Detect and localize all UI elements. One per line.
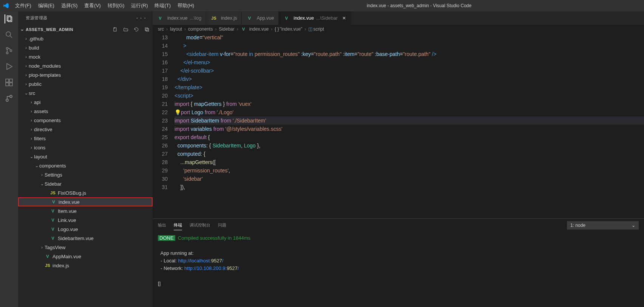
menu-item[interactable]: 终端(T) bbox=[151, 1, 174, 11]
tree-item[interactable]: ⌄src bbox=[18, 88, 153, 98]
breadcrumb-item[interactable]: index.vue bbox=[249, 26, 269, 32]
panel-tab[interactable]: 输出 bbox=[158, 220, 166, 230]
compile-status: Compiled successfully in 1844ms bbox=[178, 235, 250, 241]
menu-item[interactable]: 编辑(E) bbox=[35, 1, 57, 11]
svg-point-4 bbox=[6, 48, 8, 50]
tree-item-label: TagsView bbox=[45, 245, 65, 250]
menu-item[interactable]: 转到(G) bbox=[105, 1, 128, 11]
breadcrumb-item[interactable]: script bbox=[313, 26, 324, 32]
menu-item[interactable]: 帮助(H) bbox=[175, 1, 197, 11]
line-gutter: 13141516171819202122232425262728293031 bbox=[153, 33, 175, 219]
tree-item[interactable]: ›public bbox=[18, 79, 153, 88]
vue-file-icon: V bbox=[283, 15, 289, 21]
project-name: ASSETS_WEB_ADMIN bbox=[26, 27, 73, 32]
terminal-select-label: 1: node bbox=[570, 223, 585, 228]
breadcrumb-item[interactable]: "index.vue" bbox=[280, 26, 303, 32]
tree-item[interactable]: ›plop-templates bbox=[18, 70, 153, 79]
vue-file-icon: V bbox=[241, 26, 247, 32]
tree-item[interactable]: ⌄components bbox=[18, 161, 153, 170]
breadcrumb[interactable]: src›layout›components›Sidebar›Vindex.vue… bbox=[153, 25, 644, 33]
svg-point-12 bbox=[10, 95, 12, 98]
panel-tab[interactable]: 调试控制台 bbox=[190, 220, 210, 230]
tree-item[interactable]: ›mock bbox=[18, 52, 153, 61]
vue-file-icon: V bbox=[45, 253, 51, 259]
close-icon[interactable]: ✕ bbox=[342, 16, 346, 21]
tree-item-label: filters bbox=[34, 136, 46, 141]
tree-item-label: index.js bbox=[53, 263, 69, 268]
explorer-more-icon[interactable]: ··· bbox=[136, 15, 148, 22]
tree-item[interactable]: ›.github bbox=[18, 34, 153, 43]
menu-item[interactable]: 选择(S) bbox=[58, 1, 80, 11]
tab-label: index.vue bbox=[167, 16, 188, 21]
tree-item-label: icons bbox=[34, 145, 45, 150]
svg-rect-1 bbox=[8, 17, 12, 22]
tree-item-label: .github bbox=[29, 36, 43, 42]
source-control-icon[interactable] bbox=[5, 46, 14, 55]
menu-item[interactable]: 文件(F) bbox=[12, 1, 34, 11]
twisty-icon: › bbox=[29, 127, 34, 132]
panel-tab[interactable]: 终端 bbox=[174, 220, 182, 230]
code-lines[interactable]: mode="vertical" > <sidebar-item v-for="r… bbox=[175, 33, 644, 219]
tree-item[interactable]: Vindex.vue bbox=[18, 197, 153, 206]
tree-item[interactable]: JSindex.js bbox=[18, 261, 153, 270]
extensions-icon[interactable] bbox=[5, 78, 14, 87]
tree-item[interactable]: ⌄layout bbox=[18, 152, 153, 161]
tree-item[interactable]: ›TagsView bbox=[18, 243, 153, 252]
tree-item[interactable]: ›icons bbox=[18, 143, 153, 152]
tree-item[interactable]: JSFixiOSBug.js bbox=[18, 188, 153, 197]
refresh-icon[interactable] bbox=[134, 27, 139, 32]
code-editor[interactable]: 13141516171819202122232425262728293031 m… bbox=[153, 33, 644, 219]
tree-item[interactable]: VItem.vue bbox=[18, 206, 153, 216]
breadcrumb-item[interactable]: layout bbox=[170, 26, 182, 32]
remote-icon[interactable] bbox=[5, 94, 14, 103]
tree-item-label: components bbox=[39, 163, 66, 169]
js-file-icon: JS bbox=[50, 190, 56, 196]
search-icon[interactable] bbox=[5, 30, 14, 39]
editor-tab[interactable]: JSindex.js bbox=[206, 11, 242, 25]
terminal-output[interactable]: DONE Compiled successfully in 1844ms App… bbox=[153, 231, 644, 307]
menu-item[interactable]: 查看(V) bbox=[81, 1, 103, 11]
new-file-icon[interactable] bbox=[113, 27, 118, 32]
menu-item[interactable]: 运行(R) bbox=[128, 1, 151, 11]
breadcrumb-item[interactable]: components bbox=[188, 26, 213, 32]
chevron-down-icon bbox=[20, 27, 25, 32]
explorer-icon[interactable] bbox=[5, 14, 14, 23]
collapse-all-icon[interactable] bbox=[144, 27, 150, 32]
breadcrumb-item[interactable]: src bbox=[158, 26, 164, 32]
editor-tab[interactable]: Vindex.vue...\log bbox=[153, 11, 206, 25]
tree-item[interactable]: ›node_modules bbox=[18, 61, 153, 70]
tree-item[interactable]: ›directive bbox=[18, 125, 153, 134]
tree-item[interactable]: ⌄Sidebar bbox=[18, 179, 153, 188]
window-title: index.vue - assets_web_admin - Visual St… bbox=[197, 3, 641, 8]
twisty-icon: › bbox=[23, 73, 29, 77]
network-url[interactable]: http://10.108.200.9:9527/ bbox=[184, 265, 239, 271]
panel-tab[interactable]: 问题 bbox=[218, 220, 226, 230]
terminal-select[interactable]: 1: node ⌄ bbox=[567, 221, 639, 229]
tree-item[interactable]: ›Settings bbox=[18, 170, 153, 179]
chevron-right-icon: › bbox=[303, 26, 307, 32]
twisty-icon: › bbox=[29, 136, 34, 141]
new-folder-icon[interactable] bbox=[123, 27, 128, 32]
breadcrumb-item[interactable]: Sidebar bbox=[219, 26, 234, 32]
panel-tabs: 输出终端调试控制台问题 1: node ⌄ bbox=[153, 219, 644, 231]
tree-item[interactable]: VLogo.vue bbox=[18, 225, 153, 234]
tree-item[interactable]: VAppMain.vue bbox=[18, 252, 153, 261]
tree-item[interactable]: VSidebarItem.vue bbox=[18, 234, 153, 243]
local-label: - Local: bbox=[161, 258, 178, 264]
tree-item[interactable]: ›build bbox=[18, 43, 153, 52]
editor-tab[interactable]: Vindex.vue...\Sidebar✕ bbox=[279, 11, 351, 25]
tree-item[interactable]: ›filters bbox=[18, 134, 153, 143]
svg-rect-14 bbox=[114, 28, 116, 31]
twisty-icon: › bbox=[29, 109, 34, 113]
tree-item[interactable]: VLink.vue bbox=[18, 216, 153, 225]
debug-icon[interactable] bbox=[5, 62, 14, 71]
editor-tab[interactable]: VApp.vue bbox=[242, 11, 279, 25]
tree-item[interactable]: ›components bbox=[18, 116, 153, 125]
menubar: 文件(F)编辑(E)选择(S)查看(V)转到(G)运行(R)终端(T)帮助(H) bbox=[12, 1, 197, 11]
tree-item[interactable]: ›api bbox=[18, 98, 153, 107]
project-header[interactable]: ASSETS_WEB_ADMIN bbox=[18, 25, 153, 34]
tree-item[interactable]: ›assets bbox=[18, 107, 153, 116]
braces-icon: { } bbox=[275, 26, 279, 32]
tree-item-label: AppMain.vue bbox=[53, 254, 81, 259]
local-url[interactable]: http://localhost:9527/ bbox=[178, 258, 223, 264]
